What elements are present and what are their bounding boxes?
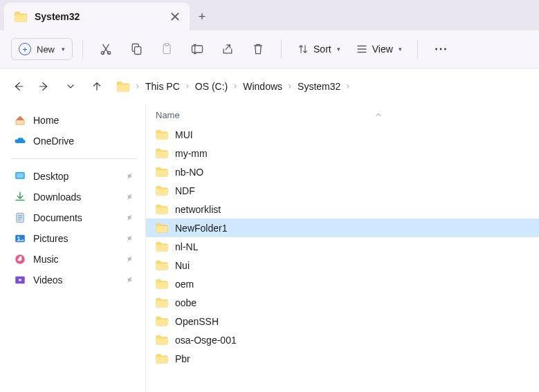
file-name: osa-Osge-001 bbox=[175, 335, 237, 346]
folder-icon bbox=[156, 167, 168, 177]
sidebar-item-onedrive[interactable]: OneDrive bbox=[10, 131, 138, 151]
file-row[interactable]: Pbr bbox=[146, 349, 539, 368]
back-button[interactable] bbox=[11, 80, 25, 93]
file-row[interactable]: my-mm bbox=[146, 144, 539, 162]
arrow-right-icon bbox=[38, 80, 51, 93]
trash-icon bbox=[251, 42, 265, 56]
view-icon bbox=[356, 43, 368, 55]
file-row[interactable]: Nui bbox=[146, 256, 539, 274]
pin-icon bbox=[125, 275, 134, 285]
file-name: networklist bbox=[175, 204, 221, 215]
chevron-down-icon: ▾ bbox=[399, 46, 402, 53]
divider bbox=[82, 39, 83, 59]
cut-button[interactable] bbox=[93, 36, 119, 62]
sidebar-item-music[interactable]: Music bbox=[10, 249, 138, 270]
copy-button[interactable] bbox=[123, 36, 149, 62]
file-name: Pbr bbox=[175, 353, 190, 364]
music-icon bbox=[14, 253, 26, 265]
close-icon[interactable] bbox=[170, 12, 180, 21]
folder-icon bbox=[156, 297, 168, 308]
folder-icon bbox=[156, 148, 168, 158]
sidebar-item-desktop[interactable]: Desktop bbox=[10, 166, 138, 187]
chevron-down-icon: ▾ bbox=[337, 46, 340, 53]
file-row[interactable]: networklist bbox=[146, 200, 539, 218]
sidebar-item-label: OneDrive bbox=[33, 136, 74, 147]
plus-circle-icon: + bbox=[19, 43, 31, 55]
rename-button[interactable] bbox=[184, 36, 210, 62]
file-row[interactable]: NewFolder1 bbox=[146, 218, 539, 237]
breadcrumb-segment[interactable]: Windows bbox=[243, 81, 282, 92]
chevron-right-icon[interactable] bbox=[184, 83, 191, 90]
delete-button[interactable] bbox=[245, 36, 271, 62]
folder-icon bbox=[156, 241, 168, 252]
more-icon bbox=[433, 41, 448, 57]
paste-button[interactable] bbox=[154, 36, 180, 62]
up-button[interactable] bbox=[90, 80, 104, 93]
file-row[interactable]: MUI bbox=[146, 125, 539, 144]
file-name: oem bbox=[175, 279, 194, 290]
sidebar-item-label: Desktop bbox=[33, 171, 68, 182]
chevron-right-icon[interactable] bbox=[345, 83, 351, 90]
file-name: OpenSSH bbox=[175, 316, 219, 327]
videos-icon bbox=[14, 274, 26, 286]
breadcrumb-segment[interactable]: OS (C:) bbox=[195, 81, 228, 92]
folder-icon bbox=[156, 185, 168, 196]
copy-icon bbox=[129, 42, 143, 56]
desktop-icon bbox=[14, 170, 26, 183]
sidebar-item-home[interactable]: Home bbox=[10, 110, 138, 131]
file-name: Nui bbox=[175, 260, 190, 271]
file-row[interactable]: NDF bbox=[146, 181, 539, 200]
sidebar-item-label: Pictures bbox=[33, 233, 68, 244]
file-row[interactable]: nb-NO bbox=[146, 162, 539, 181]
sidebar: HomeOneDrive DesktopDownloadsDocumentsPi… bbox=[0, 104, 145, 392]
sidebar-item-downloads[interactable]: Downloads bbox=[10, 187, 138, 207]
file-name: NewFolder1 bbox=[175, 223, 227, 234]
divider bbox=[11, 158, 137, 159]
more-button[interactable] bbox=[428, 36, 454, 62]
folder-icon bbox=[14, 11, 28, 22]
downloads-icon bbox=[14, 191, 26, 203]
sidebar-item-documents[interactable]: Documents bbox=[10, 207, 138, 228]
forward-button[interactable] bbox=[37, 80, 51, 93]
tab-strip: System32 + bbox=[0, 0, 539, 30]
breadcrumb-segment[interactable]: This PC bbox=[145, 81, 180, 92]
tab-active[interactable]: System32 bbox=[4, 3, 190, 30]
breadcrumb-segment[interactable]: System32 bbox=[298, 81, 340, 92]
sidebar-item-videos[interactable]: Videos bbox=[10, 270, 138, 290]
new-tab-button[interactable]: + bbox=[190, 3, 214, 30]
view-label: View bbox=[372, 44, 393, 55]
pin-icon bbox=[125, 254, 134, 264]
share-button[interactable] bbox=[214, 36, 241, 62]
toolbar: + New ▾ Sort ▾ View ▾ bbox=[0, 30, 539, 68]
column-header-label: Name bbox=[156, 110, 180, 120]
new-button[interactable]: + New ▾ bbox=[11, 38, 73, 60]
recent-locations-button[interactable] bbox=[64, 80, 77, 93]
breadcrumb[interactable]: This PCOS (C:)WindowsSystem32 bbox=[116, 81, 351, 92]
file-name: my-mm bbox=[175, 148, 208, 159]
divider bbox=[417, 39, 418, 59]
sidebar-item-label: Documents bbox=[33, 212, 82, 223]
sidebar-item-label: Music bbox=[33, 254, 59, 265]
file-row[interactable]: nl-NL bbox=[146, 237, 539, 256]
chevron-right-icon[interactable] bbox=[134, 83, 141, 90]
folder-icon bbox=[156, 129, 168, 140]
file-name: oobe bbox=[175, 297, 197, 308]
file-row[interactable]: OpenSSH bbox=[146, 312, 539, 330]
divider bbox=[281, 39, 282, 59]
file-row[interactable]: oobe bbox=[146, 293, 539, 312]
file-name: nb-NO bbox=[175, 167, 203, 178]
column-header-name[interactable]: Name bbox=[146, 104, 539, 125]
file-name: nl-NL bbox=[175, 241, 198, 252]
folder-icon bbox=[156, 316, 168, 326]
chevron-right-icon[interactable] bbox=[286, 83, 293, 90]
chevron-right-icon[interactable] bbox=[232, 83, 239, 90]
view-button[interactable]: View ▾ bbox=[350, 40, 408, 58]
share-icon bbox=[221, 42, 235, 56]
file-row[interactable]: oem bbox=[146, 274, 539, 293]
pin-icon bbox=[125, 234, 134, 243]
pin-icon bbox=[125, 192, 134, 202]
sidebar-item-label: Downloads bbox=[33, 192, 81, 203]
sidebar-item-pictures[interactable]: Pictures bbox=[10, 228, 138, 249]
sort-button[interactable]: Sort ▾ bbox=[291, 40, 346, 58]
file-row[interactable]: osa-Osge-001 bbox=[146, 330, 539, 349]
